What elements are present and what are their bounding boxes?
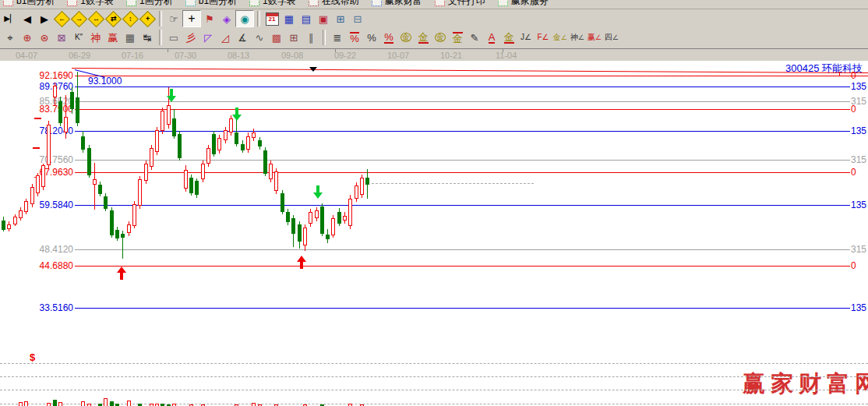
candlestick-chart-area[interactable]: 300425 环能科技 赢家财富网 92.1690089.376013585.6… (0, 61, 868, 406)
price-level-label: 83.7900 (2, 104, 73, 115)
menu-file-print[interactable]: 文件打印 (435, 0, 485, 8)
parallel-lines-tool[interactable]: ∥ (302, 30, 319, 45)
toolbar-separator (159, 30, 162, 45)
pan-hand-button[interactable]: ☞ (165, 11, 182, 26)
cyan-chart-icon (185, 0, 196, 6)
candle-body (76, 97, 79, 123)
ying-tool[interactable]: 赢 (104, 30, 122, 45)
volume-bar (81, 401, 85, 406)
save-button[interactable]: ▣ (315, 11, 332, 26)
shen-angle-tool[interactable]: 神∠ (569, 30, 586, 45)
wave-abc-tool[interactable]: A (483, 30, 500, 45)
menu-winner-wealth[interactable]: 赢家财富 (372, 0, 422, 8)
percent-line-tool[interactable]: % (346, 30, 363, 45)
flag-pin-button[interactable]: ⚑ (201, 11, 218, 26)
pattern-net-button[interactable]: ◈ (218, 11, 235, 26)
menu-b1-draw-analysis[interactable]: b1画分析 (3, 0, 55, 8)
kline-mark-tool[interactable]: K″ (70, 30, 87, 45)
candle-body (36, 175, 40, 193)
f-angle-tool[interactable]: F∠ (535, 30, 552, 45)
percent-line-tool-icon: % (350, 32, 359, 44)
candle-body (161, 111, 164, 131)
compress-horizontal-button-icon: ⇄ (104, 10, 121, 26)
percent-retrace-tool[interactable]: % (380, 30, 397, 45)
crosshair-button[interactable]: + (182, 10, 201, 27)
red-dash-mark (33, 147, 40, 149)
gann-grid-tool[interactable]: ▩ (268, 30, 285, 45)
shift-right-button-icon: → (70, 10, 86, 26)
candle-body (224, 130, 228, 140)
ying-angle-tool[interactable]: 赢∠ (586, 30, 603, 45)
gann-star-tool[interactable]: ⊛ (36, 30, 53, 45)
fit-all-button[interactable]: + (139, 11, 156, 26)
expand-vertical-button[interactable]: ↕ (122, 11, 139, 26)
menu-online-help[interactable]: 在线帮助 (309, 0, 359, 8)
menu-1-draw-analysis[interactable]: 1画分析 (126, 0, 173, 8)
fan-box-purple-tool[interactable]: ◸ (199, 30, 217, 45)
print-icon (435, 0, 445, 6)
price-number-grid-tool[interactable]: ▦ (122, 30, 139, 45)
speed-fan-tool[interactable]: 彡 (182, 30, 199, 45)
golden-circle-tool[interactable]: 金 (432, 30, 449, 45)
shift-right-button[interactable]: → (70, 11, 87, 26)
golden-line-tool[interactable]: 金 (415, 30, 432, 45)
grid-tool[interactable]: ⊞ (285, 30, 302, 45)
rectangle-tool[interactable]: ▭ (165, 30, 182, 45)
wave-tool[interactable]: ∿ (251, 30, 268, 45)
calendar-button[interactable]: 21 (263, 11, 281, 26)
measure-tool[interactable]: ↹ (139, 30, 156, 45)
menu-winner-service[interactable]: 赢家服务 (498, 0, 549, 8)
buy-signal-arrow-icon (117, 267, 126, 280)
dollar-sign-marker: $ (30, 351, 35, 363)
gann-box-tool[interactable]: ⊠ (53, 30, 70, 45)
network-pc-button[interactable]: ⊞ (332, 11, 349, 26)
degree-label: 0 (851, 104, 856, 115)
gann-circle-tool[interactable]: ⊕ (19, 30, 36, 45)
candle-body (155, 130, 159, 152)
shen-tool-icon: 神 (91, 33, 101, 43)
menu-1-number-table[interactable]: 1数字表 (67, 0, 114, 8)
menu-1-number-table-2[interactable]: 1数字表 (249, 0, 296, 8)
crosshair-button-icon: + (188, 12, 195, 25)
brain-analysis-button-icon: ◉ (240, 14, 249, 24)
si-angle-tool[interactable]: 四∠ (603, 30, 620, 45)
golden-levels-tool[interactable]: 金 (449, 30, 466, 45)
compress-horizontal-button[interactable]: ⇄ (104, 11, 122, 26)
gold-box-tool[interactable]: 金 (500, 30, 517, 45)
candle-body (47, 125, 51, 165)
data-transfer-button[interactable]: ⊟ (349, 11, 366, 26)
green-chart-icon (126, 0, 136, 6)
golden-section-tool[interactable]: 金 (397, 30, 415, 45)
position-indicator-tool[interactable]: ⌖ (2, 30, 19, 45)
fan-box-red-tool-icon: ◿ (221, 33, 229, 43)
menu-b1-draw-analysis-2[interactable]: b1画分析 (185, 0, 237, 8)
brain-analysis-button[interactable]: ◉ (235, 10, 254, 27)
percent-tool[interactable]: % (363, 30, 380, 45)
cycle-bars-tool[interactable]: ≣ (329, 30, 346, 45)
date-label: 11-04 (496, 51, 517, 60)
candle-body (98, 185, 102, 194)
price-level-line (75, 76, 868, 76)
candle-body (320, 207, 324, 234)
calculator-button[interactable]: ▦ (281, 11, 298, 26)
page-left-button[interactable]: ◀ (19, 11, 36, 26)
f-angle-tool-icon: F∠ (537, 34, 549, 41)
trend-angle-tool[interactable]: ∡ (234, 30, 251, 45)
jump-to-end-button[interactable]: ▶▏ (2, 11, 19, 26)
gold-angle-tool[interactable]: 金∠ (552, 30, 569, 45)
brush-tool[interactable]: ✎ (466, 30, 483, 45)
j-angle-tool[interactable]: J∠ (517, 30, 535, 45)
shen-tool[interactable]: 神 (87, 30, 104, 45)
candle-body (172, 118, 176, 136)
shift-left-button[interactable]: ← (53, 11, 70, 26)
expand-horizontal-button[interactable]: ↔ (87, 11, 104, 26)
price-level-line (75, 160, 850, 161)
golden-section-tool-icon: 金 (400, 33, 411, 42)
rectangle-tool-icon: ▭ (169, 33, 178, 43)
notepad-button[interactable]: ▤ (298, 11, 315, 26)
candle-body (206, 148, 210, 164)
fan-box-red-tool[interactable]: ◿ (217, 30, 234, 45)
brush-tool-icon: ✎ (471, 33, 479, 43)
page-right-button[interactable]: ▶ (36, 11, 53, 26)
fan-box-purple-tool-icon: ◸ (204, 33, 212, 43)
